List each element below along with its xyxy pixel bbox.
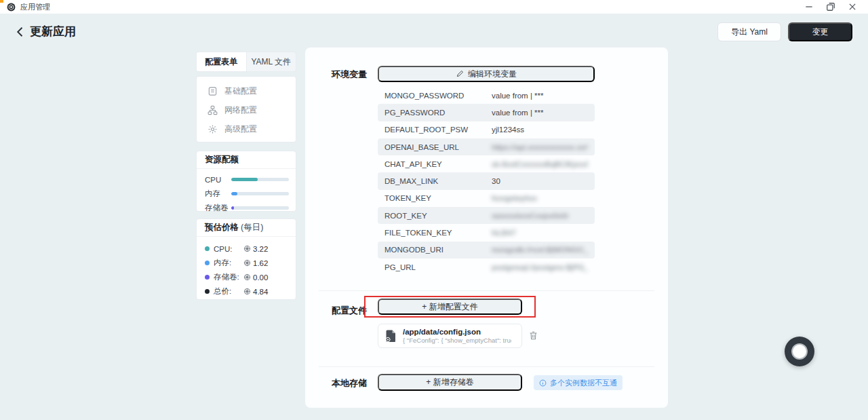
tab-yaml-file[interactable]: YAML 文件 [247,52,296,71]
update-app-form-panel: 环境变量 编辑环境变量 MONGO_PASSWORDvalue from | *… [305,47,668,408]
price-row-storage: 存储卷: 0.00 [197,270,296,284]
env-var-row: DEFAULT_ROOT_PSWyjl1234ss [378,121,595,138]
memory-color-dot [205,261,210,265]
close-icon[interactable] [848,2,857,12]
restore-icon[interactable] [826,2,835,12]
window-title: 应用管理 [20,2,50,12]
floating-assistant-button[interactable] [785,337,814,366]
config-file-item[interactable]: /app/data/config.json { "FeConfig": { "s… [378,324,522,348]
price-row-cpu: CPU: 3.22 [197,242,296,256]
sidebar-item-advanced-config[interactable]: 高级配置 [197,119,296,138]
env-var-list: MONGO_PASSWORDvalue from | *** PG_PASSWO… [378,87,595,275]
env-var-row: FILE_TOKEN_KEYfxLB47 [378,224,595,241]
env-var-row: MONGODB_URImongodb://root:${MONGO_PASS..… [378,242,595,259]
doc-icon [208,86,218,96]
price-row-memory: 内存: 1.62 [197,256,296,270]
resource-quota-card: 资源配额 CPU 内存 存储卷 [196,151,296,212]
coin-icon [243,273,251,281]
app-logo-icon [7,3,16,12]
storage-note-badge: 多个实例数据不互通 [534,375,623,390]
sidebar-item-label: 高级配置 [224,123,257,135]
edit-env-vars-button[interactable]: 编辑环境变量 [378,66,595,82]
page-header: 更新应用 导出 Yaml 变更 [0,22,868,42]
section-divider [319,366,654,367]
add-config-file-button[interactable]: + 新增配置文件 [378,299,522,315]
local-storage-section-title: 本地存储 [332,377,367,389]
cpu-color-dot [205,246,210,251]
coin-icon [243,245,251,252]
resource-row-storage: 存储卷 [197,201,296,215]
section-divider [319,290,654,291]
minimize-icon[interactable] [804,2,814,12]
export-yaml-button[interactable]: 导出 Yaml [717,22,781,41]
storage-usage-bar [231,206,289,210]
config-file-path: /app/data/config.json [403,327,511,337]
env-var-row: PG_URLpostgresql://postgres:${PG_PASS... [378,259,595,275]
price-row-total: 总价: 4.84 [197,284,296,299]
estimated-price-card: 预估价格 (每日) CPU: 3.22 内存: 1.62 存储卷: 0.00 总… [196,218,296,300]
sidebar-item-basic-config[interactable]: 基础配置 [197,81,296,100]
sidebar-item-network-config[interactable]: 网络配置 [197,100,296,119]
resource-quota-title: 资源配额 [197,151,296,169]
price-period: (每日) [241,222,263,233]
file-gear-icon [384,329,397,343]
env-var-row: CHAT_API_KEYsk-8xxtCxxxxxxBqBClKjxxx5u2d… [378,155,595,172]
pencil-icon [456,70,464,78]
window-titlebar: 应用管理 [0,0,868,14]
total-color-dot [205,289,210,294]
estimated-price-title: 预估价格 (每日) [197,219,296,237]
coin-icon [243,288,251,295]
network-icon [208,105,218,115]
env-var-row: DB_MAX_LINK30 [378,172,595,189]
screenshot-corner-artifact [0,0,3,3]
env-var-row: TOKEN_KEYfxxxgxlwyhxx [378,190,595,207]
env-var-row: ROOT_KEYxwxxxxlxxxCxxjxx0o0r [378,207,595,224]
resource-row-memory: 内存 [197,187,296,201]
config-file-section-title: 配置文件 [332,305,367,317]
config-mode-tabs: 配置表单 YAML 文件 [196,52,296,72]
tab-config-form[interactable]: 配置表单 [197,52,247,71]
env-vars-section-title: 环境变量 [332,69,367,81]
config-nav: 基础配置 网络配置 高级配置 [196,76,296,142]
env-var-row: OPENAI_BASE_URLhttps://api.xxxxxxxxxxxx.… [378,138,595,155]
window-controls [804,2,863,12]
info-icon [539,379,547,387]
config-file-preview: { "FeConfig": { "show_emptyChat": true, … [403,337,511,345]
cpu-usage-bar [231,178,289,181]
sidebar-item-label: 网络配置 [224,104,257,116]
back-button[interactable] [14,25,27,39]
storage-color-dot [205,275,210,280]
delete-config-file-icon[interactable] [528,330,538,341]
memory-usage-bar [231,192,289,195]
sidebar-item-label: 基础配置 [224,85,257,97]
add-storage-volume-button[interactable]: + 新增存储卷 [378,374,522,391]
coin-icon [243,259,251,267]
env-var-row: MONGO_PASSWORDvalue from | *** [378,87,595,104]
gear-icon [208,124,218,134]
env-var-row: PG_PASSWORDvalue from | *** [378,104,595,121]
page-title: 更新应用 [30,24,76,39]
resource-row-cpu: CPU [197,172,296,187]
floating-assistant-inner-circle [791,343,808,360]
apply-change-button[interactable]: 变更 [788,22,852,41]
